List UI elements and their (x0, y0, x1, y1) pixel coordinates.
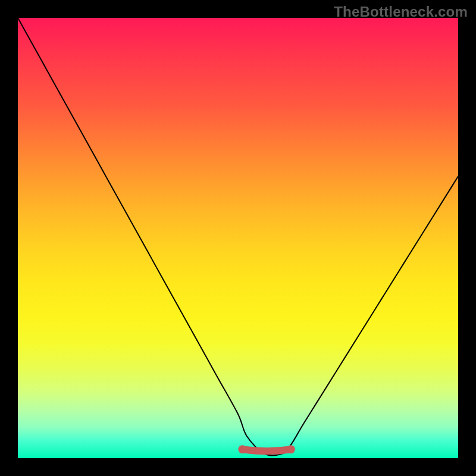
watermark-text: TheBottleneck.com (334, 4, 468, 20)
bottleneck-curve (18, 18, 458, 455)
tolerance-endpoint-right (287, 445, 295, 453)
curve-svg (18, 18, 458, 458)
tolerance-endpoint-left (238, 445, 246, 453)
plot-area (18, 18, 458, 458)
tolerance-band (242, 449, 290, 451)
chart-frame: TheBottleneck.com (0, 0, 476, 476)
